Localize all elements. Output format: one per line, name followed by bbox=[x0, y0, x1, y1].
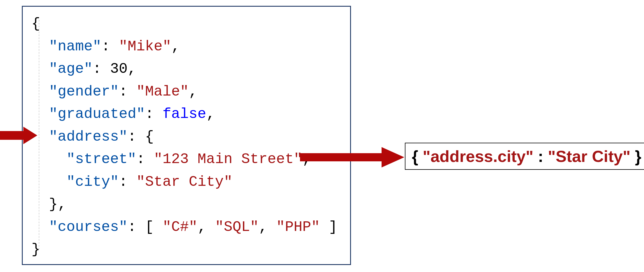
code-box: { "name": "Mike", "age": 30, "gender": "… bbox=[22, 6, 351, 265]
annotation-key: "address.city" bbox=[423, 147, 533, 165]
arrow-left-icon bbox=[0, 125, 38, 146]
code-line-3: "gender": "Male", bbox=[31, 80, 344, 103]
code-line-5: "address": { bbox=[31, 126, 344, 148]
annotation-brace-open: { bbox=[412, 147, 423, 165]
arrow-right-icon bbox=[300, 146, 405, 169]
code-line-2: "age": 30, bbox=[31, 58, 344, 80]
code-line-0: { bbox=[31, 13, 344, 35]
annotation-sep: : bbox=[533, 147, 548, 165]
code-line-9: "courses": [ "C#", "SQL", "PHP" ] bbox=[31, 216, 344, 239]
svg-marker-1 bbox=[300, 147, 404, 167]
code-line-6: "street": "123 Main Street", bbox=[31, 148, 344, 171]
annotation-brace-close: } bbox=[630, 147, 641, 165]
code-line-10: } bbox=[31, 238, 344, 261]
code-line-1: "name": "Mike", bbox=[31, 35, 344, 58]
svg-marker-0 bbox=[0, 127, 37, 144]
code-line-4: "graduated": false, bbox=[31, 103, 344, 126]
indent-guide bbox=[39, 20, 39, 250]
flattened-annotation: { "address.city" : "Star City" } bbox=[405, 143, 644, 170]
code-line-8: }, bbox=[31, 193, 344, 216]
annotation-value: "Star City" bbox=[548, 147, 630, 165]
code-line-7: "city": "Star City" bbox=[31, 171, 344, 193]
